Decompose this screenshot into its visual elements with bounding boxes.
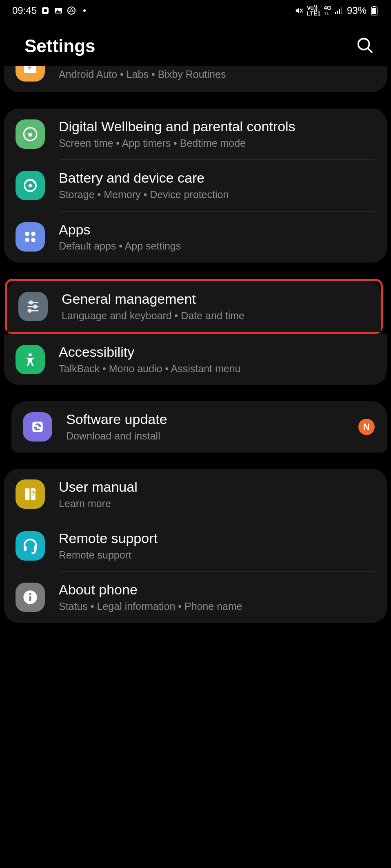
row-text: Digital Wellbeing and parental controls … [59, 118, 375, 150]
svg-rect-12 [339, 9, 340, 14]
svg-point-7 [83, 9, 86, 12]
row-title: About phone [59, 581, 375, 598]
status-right: Vo)) LTE1 4G 93% [295, 5, 379, 16]
row-user-manual[interactable]: ? User manual Learn more [4, 469, 387, 520]
row-advanced-features[interactable]: Android Auto • Labs • Bixby Routines [4, 66, 387, 92]
settings-group-general-top: General management Language and keyboard… [7, 281, 381, 332]
row-title: Accessibility [59, 344, 375, 360]
svg-point-22 [25, 232, 29, 236]
row-text: Android Auto • Labs • Bixby Routines [59, 68, 375, 81]
svg-point-40 [29, 593, 31, 595]
settings-header: Settings [0, 20, 391, 68]
svg-rect-16 [372, 8, 376, 14]
remote-support-icon [16, 531, 45, 561]
wellbeing-icon [16, 119, 45, 149]
update-badge: N [358, 419, 375, 435]
row-subtitle: Remote support [59, 548, 375, 562]
volte-indicator: Vo)) LTE1 [307, 5, 320, 16]
notif-icon-2 [54, 6, 63, 15]
svg-point-17 [358, 38, 369, 49]
page-title: Settings [24, 36, 96, 56]
row-text: Accessibility TalkBack • Mono audio • As… [59, 344, 375, 375]
svg-line-18 [368, 48, 373, 53]
software-update-icon [23, 412, 52, 442]
svg-text:?: ? [31, 490, 35, 497]
row-battery-care[interactable]: Battery and device care Storage • Memory… [4, 160, 387, 211]
notif-more-icon [80, 6, 89, 15]
svg-rect-38 [34, 546, 37, 551]
svg-rect-11 [337, 11, 338, 14]
row-title: Battery and device care [59, 170, 375, 186]
notif-icon-3 [67, 6, 76, 15]
battery-percent: 93% [347, 5, 367, 16]
row-subtitle: Status • Legal information • Phone name [59, 600, 375, 613]
search-icon [356, 50, 375, 56]
row-software-update[interactable]: Software update Download and install N [11, 401, 387, 452]
row-text: Software update Download and install [66, 411, 354, 442]
row-subtitle: Download and install [66, 429, 354, 443]
row-text: General management Language and keyboard… [62, 291, 369, 322]
about-phone-icon [16, 583, 45, 612]
battery-icon [370, 6, 379, 15]
row-title: User manual [59, 479, 375, 495]
svg-point-1 [44, 9, 47, 12]
row-subtitle: Default apps • App settings [59, 239, 375, 253]
row-title: Software update [66, 411, 354, 428]
svg-point-21 [29, 184, 32, 188]
settings-group-software: Software update Download and install N [11, 401, 387, 452]
highlight-general-management: General management Language and keyboard… [5, 279, 383, 334]
svg-rect-37 [24, 546, 27, 551]
signal-icon [335, 6, 344, 15]
svg-point-29 [34, 305, 37, 308]
status-time: 09:45 [12, 5, 37, 16]
general-management-icon [18, 292, 48, 321]
row-apps[interactable]: Apps Default apps • App settings [4, 212, 387, 263]
battery-care-icon [16, 171, 45, 200]
svg-point-31 [28, 309, 31, 312]
status-left: 09:45 [12, 5, 89, 16]
row-subtitle: Learn more [59, 497, 375, 510]
svg-rect-33 [32, 422, 42, 432]
network-type: 4G [324, 5, 331, 16]
svg-rect-41 [29, 596, 31, 601]
row-subtitle: Android Auto • Labs • Bixby Routines [59, 68, 375, 81]
apps-icon [16, 222, 45, 252]
row-text: User manual Learn more [59, 479, 375, 510]
settings-group-advanced: Android Auto • Labs • Bixby Routines [4, 66, 387, 92]
row-title: Apps [59, 221, 375, 238]
svg-point-25 [31, 238, 36, 242]
row-text: About phone Status • Legal information •… [59, 581, 375, 613]
svg-point-23 [31, 232, 36, 236]
row-title: Digital Wellbeing and parental controls [59, 118, 375, 135]
svg-point-32 [29, 353, 32, 356]
row-accessibility[interactable]: Accessibility TalkBack • Mono audio • As… [4, 334, 387, 385]
svg-rect-13 [341, 7, 342, 14]
accessibility-icon [16, 345, 45, 374]
svg-rect-34 [25, 488, 29, 500]
row-remote-support[interactable]: Remote support Remote support [4, 520, 387, 571]
row-text: Apps Default apps • App settings [59, 221, 375, 253]
data-arrows-icon [324, 11, 331, 16]
row-text: Remote support Remote support [59, 530, 375, 561]
notif-icon-1 [41, 6, 50, 15]
row-title: General management [62, 291, 369, 307]
row-subtitle: Screen time • App timers • Bedtime mode [59, 137, 375, 150]
advanced-features-icon [16, 66, 45, 82]
row-general-management[interactable]: General management Language and keyboard… [7, 281, 381, 332]
row-title: Remote support [59, 530, 375, 547]
row-subtitle: TalkBack • Mono audio • Assistant menu [59, 362, 375, 375]
svg-point-24 [25, 238, 29, 242]
user-manual-icon: ? [16, 479, 45, 509]
row-subtitle: Language and keyboard • Date and time [62, 309, 369, 322]
status-bar: 09:45 Vo)) LTE1 4G 93% [0, 0, 391, 20]
row-digital-wellbeing[interactable]: Digital Wellbeing and parental controls … [4, 108, 387, 159]
settings-group-device: Digital Wellbeing and parental controls … [4, 108, 387, 263]
settings-group-info: ? User manual Learn more Remote support … [4, 469, 387, 623]
search-button[interactable] [356, 36, 375, 56]
row-text: Battery and device care Storage • Memory… [59, 170, 375, 201]
svg-rect-10 [335, 12, 336, 14]
row-subtitle: Storage • Memory • Device protection [59, 188, 375, 201]
svg-point-27 [30, 301, 33, 304]
row-about-phone[interactable]: About phone Status • Legal information •… [4, 572, 387, 623]
settings-group-general-bottom: Accessibility TalkBack • Mono audio • As… [4, 334, 387, 385]
